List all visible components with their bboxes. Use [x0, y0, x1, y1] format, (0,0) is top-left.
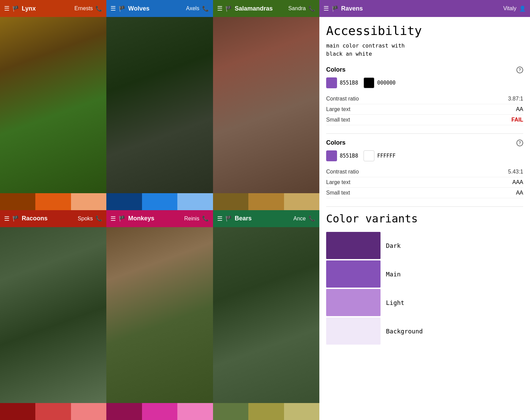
color-variants-title: Color variants — [326, 212, 523, 225]
color-strip-bears — [213, 403, 319, 420]
swatch-3-lynx — [71, 193, 106, 210]
menu-icon-wolves[interactable]: ☰ — [110, 5, 116, 12]
team-header-monkeys: ☰ 🏴 Monkeys Reinis 📞 — [106, 210, 213, 227]
help-icon-2[interactable]: ? — [516, 140, 523, 146]
large-text-row-1: Large text AA — [326, 104, 523, 115]
white-hex: FFFFFF — [377, 153, 395, 159]
team-panel-bears: ☰ 🏴 Bears Ance 📞 — [213, 210, 319, 420]
team-photo-monkeys — [106, 227, 213, 403]
team-name-salamandras: Salamandras — [235, 5, 273, 12]
menu-icon-lynx[interactable]: ☰ — [4, 5, 10, 12]
swatch-2-monkeys — [142, 403, 177, 420]
ravens-leader-name: Vitaly — [503, 5, 516, 12]
contrast-ratio-row-2: Contrast ratio 5.43:1 — [326, 167, 523, 177]
white-swatch — [364, 150, 374, 161]
swatch-2-bears — [248, 403, 284, 420]
team-name-wolves: Wolves — [128, 5, 149, 12]
contrast-ratio-row-1: Contrast ratio 3.87:1 — [326, 94, 523, 104]
variant-swatch-main — [326, 260, 381, 288]
variant-swatch-background — [326, 317, 381, 345]
team-photo-wolves — [106, 17, 213, 193]
leader-name-wolves: Axels — [186, 5, 199, 12]
team-panel-racoons: ☰ 🏴 Racoons Spoks 📞 — [0, 210, 106, 420]
black-hex: 000000 — [377, 80, 395, 86]
swatch-1-bears — [213, 403, 248, 420]
color-pair-1: 8551B8 000000 — [326, 77, 523, 88]
divider-1 — [326, 133, 523, 134]
team-photo-racoons — [0, 227, 106, 403]
menu-icon-salamandras[interactable]: ☰ — [217, 5, 223, 12]
large-text-label-2: Large text — [326, 179, 350, 185]
color-chip-purple-2: 8551B8 — [326, 150, 358, 161]
leader-icon-bears: 📞 — [308, 215, 315, 222]
variant-row-light: Light — [326, 289, 523, 316]
menu-icon-bears[interactable]: ☰ — [217, 215, 223, 222]
team-flag-icon-monkeys: 🏴 — [119, 215, 125, 222]
swatch-2-lynx — [35, 193, 71, 210]
ravens-menu-icon[interactable]: ☰ — [323, 5, 329, 12]
team-photo-bears — [213, 227, 319, 403]
teams-grid: ☰ 🏴 Lynx Ernests 📞 ☰ — [0, 0, 319, 420]
large-text-label-1: Large text — [326, 106, 350, 112]
swatch-2-wolves — [142, 193, 177, 210]
swatch-2-salamandras — [248, 193, 284, 210]
swatch-1-wolves — [106, 193, 142, 210]
large-text-value-2: AAA — [512, 179, 523, 185]
leader-icon-salamandras: 📞 — [308, 5, 315, 12]
ravens-team-icon: 🏴 — [332, 5, 338, 12]
variant-label-dark: Dark — [386, 242, 401, 249]
leader-icon-lynx: 📞 — [95, 5, 102, 12]
team-flag-icon-wolves: 🏴 — [119, 5, 125, 12]
team-image-monkeys — [106, 227, 213, 403]
color-strip-monkeys — [106, 403, 213, 420]
divider-2 — [326, 206, 523, 207]
swatch-3-racoons — [71, 403, 106, 420]
leader-name-bears: Ance — [294, 216, 306, 222]
color-variants-container: Dark Main Light Background — [326, 232, 523, 345]
team-flag-icon-racoons: 🏴 — [12, 215, 19, 222]
team-name-lynx: Lynx — [22, 5, 36, 12]
team-name-racoons: Racoons — [22, 215, 48, 222]
swatch-1-lynx — [0, 193, 35, 210]
contrast-ratio-value-1: 3.87:1 — [508, 96, 523, 102]
color-strip-racoons — [0, 403, 106, 420]
contrast-ratio-label-2: Contrast ratio — [326, 169, 359, 175]
variant-swatch-light — [326, 289, 381, 316]
team-panel-wolves: ☰ 🏴 Wolves Axels 📞 — [106, 0, 213, 210]
right-panel: ☰ 🏴 Ravens Vitaly 👤 Accessibility main c… — [319, 0, 530, 420]
colors-label-2: Colors — [326, 139, 346, 146]
menu-icon-monkeys[interactable]: ☰ — [110, 215, 116, 222]
menu-icon-racoons[interactable]: ☰ — [4, 215, 10, 222]
team-header-wolves: ☰ 🏴 Wolves Axels 📞 — [106, 0, 213, 17]
colors-section-1-header: Colors ? — [326, 66, 523, 73]
help-icon-1[interactable]: ? — [516, 67, 523, 73]
team-photo-salamandras — [213, 17, 319, 193]
team-image-lynx — [0, 17, 106, 193]
purple-swatch-2 — [326, 150, 337, 161]
team-panel-lynx: ☰ 🏴 Lynx Ernests 📞 — [0, 0, 106, 210]
ravens-leader-icon: 👤 — [519, 5, 526, 12]
swatch-3-salamandras — [284, 193, 319, 210]
team-image-bears — [213, 227, 319, 403]
ravens-header: ☰ 🏴 Ravens Vitaly 👤 — [319, 0, 530, 17]
color-chip-black: 000000 — [364, 77, 395, 88]
team-name-bears: Bears — [235, 215, 252, 222]
swatch-3-wolves — [177, 193, 213, 210]
accessibility-table-1: Contrast ratio 3.87:1 Large text AA Smal… — [326, 94, 523, 125]
team-header-salamandras: ☰ 🏴 Salamandras Sandra 📞 — [213, 0, 319, 17]
leader-icon-wolves: 📞 — [202, 5, 209, 12]
color-strip-wolves — [106, 193, 213, 210]
swatch-1-monkeys — [106, 403, 142, 420]
color-pair-2: 8551B8 FFFFFF — [326, 150, 523, 161]
leader-name-lynx: Ernests — [74, 5, 93, 12]
swatch-3-bears — [284, 403, 319, 420]
small-text-row-2: Small text AA — [326, 188, 523, 198]
swatch-3-monkeys — [177, 403, 213, 420]
color-chip-purple-1: 8551B8 — [326, 77, 358, 88]
large-text-row-2: Large text AAA — [326, 177, 523, 188]
colors-section-2-header: Colors ? — [326, 139, 523, 146]
team-header-bears: ☰ 🏴 Bears Ance 📞 — [213, 210, 319, 227]
team-header-lynx: ☰ 🏴 Lynx Ernests 📞 — [0, 0, 106, 17]
color-chip-white: FFFFFF — [364, 150, 395, 161]
variant-row-main: Main — [326, 260, 523, 288]
